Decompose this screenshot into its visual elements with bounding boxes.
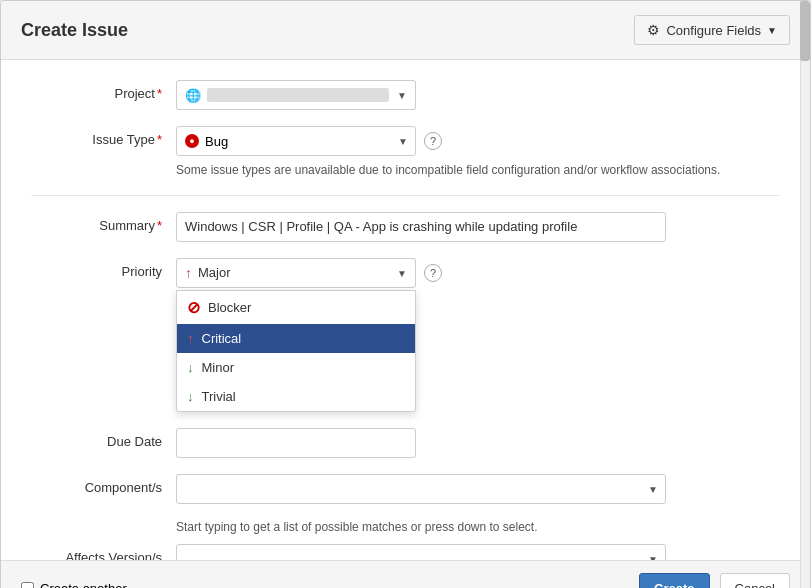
priority-row: Priority ↑ Major ▼ ⊘ Blocker (31, 258, 780, 288)
affects-version-row: Affects Version/s ▼ (31, 544, 780, 560)
priority-option-blocker[interactable]: ⊘ Blocker (177, 291, 415, 324)
issue-type-arrow: ▼ (398, 136, 408, 147)
critical-label: Critical (202, 331, 242, 346)
project-select-display[interactable]: 🌐 ▼ (176, 80, 416, 110)
priority-option-trivial[interactable]: ↓ Trivial (177, 382, 415, 411)
priority-wrapper: ↑ Major ▼ ⊘ Blocker ↑ Critical (176, 258, 416, 288)
summary-input[interactable] (176, 212, 666, 242)
trivial-label: Trivial (202, 389, 236, 404)
components-wrapper: ▼ (176, 474, 666, 504)
blocker-icon: ⊘ (187, 298, 200, 317)
project-row: Project* 🌐 🌐 ▼ (31, 80, 780, 110)
issue-type-row: Issue Type* ● Bug ▼ ? (31, 126, 780, 156)
minor-icon: ↓ (187, 360, 194, 375)
bug-icon: ● (185, 134, 199, 148)
components-label: Component/s (31, 474, 176, 495)
create-button[interactable]: Create (639, 573, 709, 588)
affects-version-label: Affects Version/s (31, 544, 176, 560)
summary-control (176, 212, 780, 242)
project-value-placeholder (207, 88, 389, 102)
globe-icon-2: 🌐 (185, 88, 201, 103)
priority-select-display[interactable]: ↑ Major ▼ (176, 258, 416, 288)
priority-dropdown-arrow: ▼ (397, 267, 407, 278)
affects-version-control: ▼ (176, 544, 780, 560)
project-select-wrapper: 🌐 🌐 ▼ (176, 80, 416, 110)
issue-type-label: Issue Type* (31, 126, 176, 147)
trivial-icon: ↓ (187, 389, 194, 404)
priority-selected-value: Major (198, 265, 231, 280)
issue-type-select[interactable]: ● Bug ▼ (176, 126, 416, 156)
critical-icon: ↑ (187, 331, 194, 346)
project-dropdown-overlay: 🌐 ▼ (176, 80, 416, 110)
chevron-down-icon: ▼ (767, 25, 777, 36)
affects-version-select[interactable] (176, 544, 666, 560)
issue-type-control: ● Bug ▼ ? (176, 126, 780, 156)
summary-label: Summary* (31, 212, 176, 233)
priority-option-minor[interactable]: ↓ Minor (177, 353, 415, 382)
configure-fields-label: Configure Fields (666, 23, 761, 38)
issue-type-value: Bug (205, 134, 228, 149)
configure-fields-button[interactable]: ⚙ Configure Fields ▼ (634, 15, 790, 45)
dialog-header: Create Issue ⚙ Configure Fields ▼ (1, 1, 810, 60)
priority-option-critical[interactable]: ↑ Critical (177, 324, 415, 353)
create-another-label[interactable]: Create another (40, 581, 127, 589)
create-another-wrapper: Create another (21, 581, 127, 589)
project-label: Project* (31, 80, 176, 101)
create-issue-dialog: Create Issue ⚙ Configure Fields ▼ Projec… (0, 0, 811, 588)
issue-type-help-icon[interactable]: ? (424, 132, 442, 150)
issue-type-notice: Some issue types are unavailable due to … (176, 162, 780, 179)
priority-dropdown-menu: ⊘ Blocker ↑ Critical ↓ Minor ↓ (176, 290, 416, 412)
priority-help-icon[interactable]: ? (424, 264, 442, 282)
create-another-checkbox[interactable] (21, 582, 34, 589)
due-date-label: Due Date (31, 428, 176, 449)
dialog-body: Project* 🌐 🌐 ▼ (1, 60, 810, 560)
components-row: Component/s ▼ (31, 474, 780, 504)
scrollbar-track[interactable] (800, 1, 810, 588)
priority-up-arrow-icon: ↑ (185, 265, 192, 281)
affects-version-wrapper: ▼ (176, 544, 666, 560)
issue-type-wrapper: ● Bug ▼ (176, 126, 416, 156)
cancel-button[interactable]: Cancel (720, 573, 790, 588)
due-date-control (176, 428, 780, 458)
project-control: 🌐 🌐 ▼ (176, 80, 780, 110)
components-control: ▼ (176, 474, 780, 504)
minor-label: Minor (202, 360, 235, 375)
required-star: * (157, 86, 162, 101)
due-date-input[interactable] (176, 428, 416, 458)
due-date-row: Due Date (31, 428, 780, 458)
project-arrow-icon: ▼ (397, 90, 407, 101)
summary-row: Summary* (31, 212, 780, 242)
components-select[interactable] (176, 474, 666, 504)
separator-1 (31, 195, 780, 196)
required-star-2: * (157, 132, 162, 147)
blocker-label: Blocker (208, 300, 251, 315)
priority-control: ↑ Major ▼ ⊘ Blocker ↑ Critical (176, 258, 780, 288)
gear-icon: ⚙ (647, 22, 660, 38)
dialog-footer: Create another Create Cancel (1, 560, 810, 588)
dialog-title: Create Issue (21, 20, 128, 41)
priority-label: Priority (31, 258, 176, 279)
components-hint: Start typing to get a list of possible m… (176, 520, 780, 534)
required-star-3: * (157, 218, 162, 233)
scrollbar-thumb[interactable] (800, 1, 810, 61)
